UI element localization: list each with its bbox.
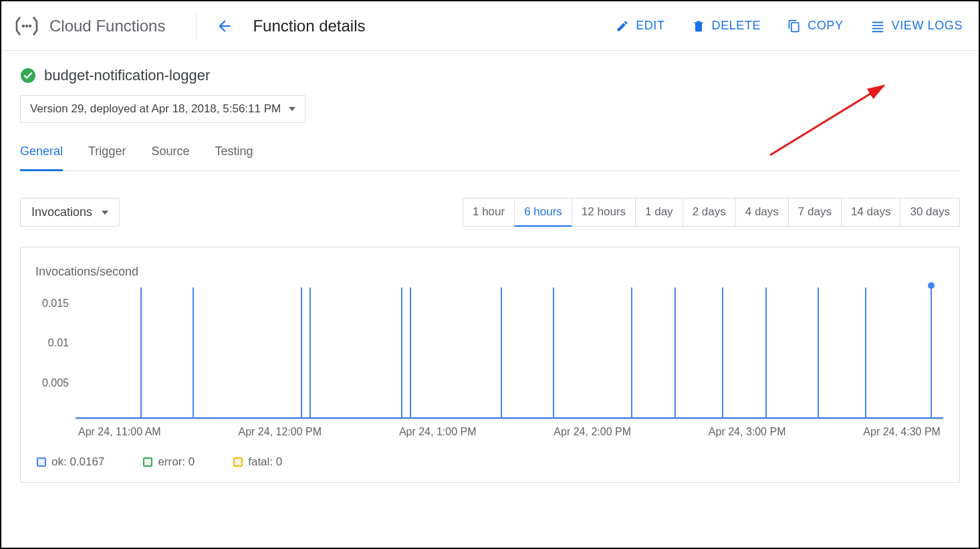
tab-source[interactable]: Source bbox=[151, 142, 189, 171]
copy-label: COPY bbox=[808, 19, 843, 33]
swatch-fatal bbox=[233, 457, 243, 467]
y-axis: 0.015 0.01 0.005 bbox=[37, 286, 76, 419]
function-header: budget-notification-logger bbox=[20, 67, 960, 84]
view-logs-label: VIEW LOGS bbox=[892, 19, 963, 33]
spike bbox=[818, 288, 819, 419]
range-1hour[interactable]: 1 hour bbox=[463, 198, 515, 227]
range-6hours[interactable]: 6 hours bbox=[514, 198, 572, 227]
spike bbox=[501, 288, 502, 419]
x-tick: Apr 24, 11:00 AM bbox=[78, 426, 161, 438]
legend: ok: 0.0167 error: 0 fatal: 0 bbox=[37, 455, 943, 469]
chart-controls: Invocations 1 hour 6 hours 12 hours 1 da… bbox=[20, 198, 960, 227]
spike bbox=[310, 288, 311, 419]
back-button[interactable] bbox=[215, 17, 234, 35]
spike bbox=[301, 288, 302, 419]
edit-button[interactable]: EDIT bbox=[616, 19, 664, 33]
spike bbox=[865, 288, 866, 419]
range-12hours[interactable]: 12 hours bbox=[572, 198, 636, 227]
legend-ok-label: ok: 0.0167 bbox=[51, 455, 104, 469]
spike bbox=[722, 288, 723, 419]
spike bbox=[765, 288, 767, 419]
delete-label: DELETE bbox=[712, 19, 761, 33]
version-dropdown[interactable]: Version 29, deployed at Apr 18, 2018, 5:… bbox=[20, 95, 305, 123]
spike bbox=[410, 288, 411, 419]
page-title: Function details bbox=[253, 17, 365, 35]
delete-button[interactable]: DELETE bbox=[692, 19, 761, 33]
x-tick: Apr 24, 2:00 PM bbox=[554, 426, 631, 438]
x-axis: Apr 24, 11:00 AM Apr 24, 12:00 PM Apr 24… bbox=[76, 426, 943, 438]
spike bbox=[140, 288, 142, 419]
service-name: Cloud Functions bbox=[49, 17, 196, 35]
spike bbox=[193, 288, 194, 419]
function-name: budget-notification-logger bbox=[44, 67, 210, 84]
y-tick: 0.005 bbox=[37, 377, 69, 389]
tab-trigger[interactable]: Trigger bbox=[88, 142, 126, 171]
time-range-group: 1 hour 6 hours 12 hours 1 day 2 days 4 d… bbox=[463, 198, 960, 227]
status-ok-icon bbox=[20, 68, 36, 84]
spike bbox=[931, 288, 932, 419]
range-4days[interactable]: 4 days bbox=[735, 198, 789, 227]
swatch-error bbox=[143, 457, 152, 467]
content: budget-notification-logger Version 29, d… bbox=[1, 51, 979, 483]
x-tick: Apr 24, 12:00 PM bbox=[239, 426, 322, 438]
view-logs-button[interactable]: VIEW LOGS bbox=[870, 19, 963, 33]
spike bbox=[675, 288, 676, 419]
chart-plot bbox=[76, 286, 943, 419]
legend-error-label: error: 0 bbox=[158, 455, 195, 469]
chevron-down-icon bbox=[289, 107, 295, 111]
legend-error: error: 0 bbox=[143, 455, 195, 469]
version-label: Version 29, deployed at Apr 18, 2018, 5:… bbox=[30, 102, 281, 116]
svg-point-0 bbox=[22, 24, 25, 27]
legend-ok: ok: 0.0167 bbox=[37, 455, 104, 469]
svg-point-1 bbox=[25, 24, 28, 27]
trash-icon bbox=[692, 19, 705, 33]
edit-label: EDIT bbox=[636, 19, 664, 33]
swatch-ok bbox=[37, 457, 46, 467]
copy-button[interactable]: COPY bbox=[787, 19, 843, 33]
topbar: Cloud Functions Function details EDIT DE… bbox=[1, 1, 979, 51]
pencil-icon bbox=[616, 19, 629, 33]
x-tick: Apr 24, 3:00 PM bbox=[709, 426, 786, 438]
divider bbox=[196, 13, 197, 39]
y-tick: 0.01 bbox=[37, 337, 69, 349]
tabs: General Trigger Source Testing bbox=[20, 142, 960, 171]
metric-label: Invocations bbox=[31, 205, 92, 219]
spike bbox=[553, 288, 554, 419]
svg-point-2 bbox=[29, 24, 31, 27]
range-1day[interactable]: 1 day bbox=[635, 198, 683, 227]
chart-card: Invocations/second 0.015 0.01 0.005 Apr … bbox=[20, 247, 960, 483]
range-14days[interactable]: 14 days bbox=[841, 198, 901, 227]
copy-icon bbox=[787, 19, 801, 33]
legend-fatal: fatal: 0 bbox=[233, 455, 282, 469]
legend-fatal-label: fatal: 0 bbox=[248, 455, 282, 469]
x-tick: Apr 24, 4:30 PM bbox=[863, 426, 941, 438]
spike bbox=[401, 288, 402, 419]
tab-general[interactable]: General bbox=[20, 142, 63, 171]
current-point bbox=[928, 282, 935, 289]
chevron-down-icon bbox=[102, 211, 108, 215]
range-7days[interactable]: 7 days bbox=[788, 198, 842, 227]
range-30days[interactable]: 30 days bbox=[900, 198, 960, 227]
cloud-functions-icon bbox=[12, 11, 41, 41]
logs-icon bbox=[870, 19, 885, 33]
spike bbox=[631, 288, 632, 419]
chart-title: Invocations/second bbox=[35, 265, 943, 279]
x-tick: Apr 24, 1:00 PM bbox=[399, 426, 477, 438]
baseline bbox=[76, 417, 943, 419]
metric-dropdown[interactable]: Invocations bbox=[20, 198, 120, 227]
range-2days[interactable]: 2 days bbox=[683, 198, 736, 227]
y-tick: 0.015 bbox=[37, 298, 69, 310]
tab-testing[interactable]: Testing bbox=[215, 142, 253, 171]
